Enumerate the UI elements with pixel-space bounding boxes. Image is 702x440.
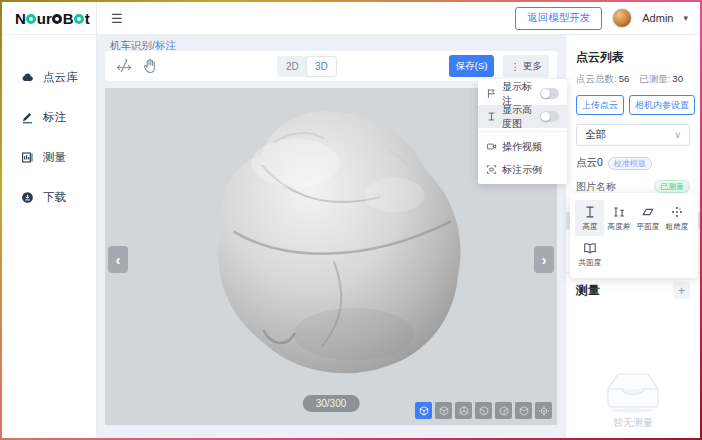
upload-pointcloud-button[interactable]: 上传点云 <box>576 95 624 115</box>
camera-intrinsics-button[interactable]: 相机内参设置 <box>629 95 695 115</box>
menu-item-tutorial-video[interactable]: 操作视频 <box>478 135 567 158</box>
menu-item-label: 标注示例 <box>502 163 542 177</box>
menu-fold-icon[interactable]: ☰ <box>111 11 123 26</box>
measure-title: 测量 <box>576 282 600 299</box>
sidebar-item-annotate[interactable]: 标注 <box>2 97 96 137</box>
view-cube-right-button[interactable] <box>495 402 512 419</box>
view-cube-front-button[interactable] <box>435 402 452 419</box>
back-to-model-dev-button[interactable]: 返回模型开发 <box>515 7 602 30</box>
logo-text: t <box>85 10 90 27</box>
reset-view-button[interactable] <box>535 402 552 419</box>
tool-roughness[interactable]: 粗糙度 <box>662 200 691 236</box>
view-cube-left-button[interactable] <box>475 402 492 419</box>
tool-coplanarity[interactable]: 共面度 <box>575 236 604 272</box>
view-cube-back-button[interactable] <box>455 402 472 419</box>
cube-icon <box>458 405 470 417</box>
pointcloud-group-name: 点云0 <box>576 156 603 170</box>
cube-icon <box>498 405 510 417</box>
tool-flatness[interactable]: 平面度 <box>633 200 662 236</box>
select-caret-icon: ∨ <box>674 130 681 140</box>
plus-icon: + <box>678 285 685 297</box>
sidebar-item-label: 点云库 <box>43 70 78 85</box>
tool-height[interactable]: 高度 <box>575 200 604 236</box>
empty-inbox-icon <box>604 369 662 413</box>
logo-text: N <box>15 10 26 27</box>
stat-total-label: 点云总数: <box>576 73 617 84</box>
tool-label: 高度 <box>582 221 597 231</box>
sidebar-item-label: 标注 <box>43 110 66 125</box>
panel-title: 点云列表 <box>576 49 690 66</box>
stat-measured-label: 已测量: <box>639 73 670 84</box>
menu-item-annotation-example[interactable]: 标注示例 <box>478 158 567 181</box>
tool-label: 高度差 <box>607 221 630 231</box>
roughness-icon <box>670 205 684 219</box>
pointcloud-group-row[interactable]: 点云0 校准模版 <box>576 156 690 170</box>
sidebar-item-measure[interactable]: 测量 <box>2 137 96 177</box>
crosshair-icon <box>538 405 550 417</box>
canvas-toolbar: 2D 3D 保存(S) ⋮更多 <box>105 51 557 81</box>
empty-state: 暂无测量 <box>566 369 700 430</box>
menu-item-label: 显示高度图 <box>502 103 535 131</box>
flag-icon <box>486 88 497 99</box>
more-button[interactable]: ⋮更多 <box>503 55 549 77</box>
logo-gear-icon <box>74 14 84 24</box>
video-icon <box>486 141 497 152</box>
user-name[interactable]: Admin <box>642 12 673 24</box>
sidebar: NurBt 点云库 标注 测量 下载 <box>2 2 97 438</box>
show-annotations-toggle[interactable] <box>540 88 559 99</box>
height-icon <box>583 205 597 219</box>
top-header: ☰ 返回模型开发 Admin ▾ <box>97 2 700 35</box>
menu-divider <box>478 131 567 132</box>
sidebar-item-download[interactable]: 下载 <box>2 177 96 217</box>
add-measurement-button[interactable]: + <box>673 282 690 299</box>
mode-2d-button[interactable]: 2D <box>278 57 307 76</box>
more-dropdown-menu: 显示标注 显示高度图 操作视频 标注示例 <box>478 79 567 184</box>
menu-item-show-heightmap[interactable]: 显示高度图 <box>478 105 567 128</box>
logo-text: B <box>63 10 74 27</box>
chevron-left-icon: ‹ <box>116 252 121 268</box>
flatness-icon <box>641 205 655 219</box>
cube-icon <box>418 405 430 417</box>
breadcrumb-parent[interactable]: 机车识别 <box>110 39 152 51</box>
avatar[interactable] <box>612 8 632 28</box>
tool-height-difference[interactable]: 高度差 <box>604 200 633 236</box>
measure-tool-popup: 高度 高度差 平面度 粗糙度 共面度 <box>570 193 698 278</box>
sidebar-item-pointcloud-library[interactable]: 点云库 <box>2 57 96 97</box>
view-cube-default-button[interactable] <box>415 402 432 419</box>
prev-image-button[interactable]: ‹ <box>108 246 128 273</box>
pen-icon <box>21 111 34 124</box>
download-icon <box>21 191 34 204</box>
next-image-button[interactable]: › <box>534 246 554 273</box>
mode-3d-button[interactable]: 3D <box>307 57 336 76</box>
filter-selected-value: 全部 <box>585 128 606 142</box>
sidebar-item-label: 测量 <box>43 150 66 165</box>
measure-icon <box>21 151 34 164</box>
chevron-right-icon: › <box>542 252 547 268</box>
frame-icon <box>486 164 497 175</box>
logo-gear-icon <box>26 14 36 24</box>
empty-state-text: 暂无测量 <box>613 416 653 430</box>
chevron-down-icon[interactable]: ▾ <box>683 13 688 23</box>
view-mode-segment: 2D 3D <box>277 56 337 77</box>
rotate-3d-button[interactable] <box>113 55 135 77</box>
sidebar-item-label: 下载 <box>43 190 66 205</box>
filter-select[interactable]: 全部 ∨ <box>576 124 690 146</box>
app-window: NurBt 点云库 标注 测量 下载 ☰ 返回模型开发 <box>0 0 702 440</box>
cube-icon <box>478 405 490 417</box>
view-cube-top-button[interactable] <box>515 402 532 419</box>
status-badge: 已测量 <box>654 180 690 193</box>
tool-label: 平面度 <box>636 221 659 231</box>
stat-measured-value: 30 <box>672 73 683 84</box>
stat-total-value: 56 <box>619 73 630 84</box>
save-button[interactable]: 保存(S) <box>449 55 495 77</box>
pagination-indicator: 30/300 <box>303 395 360 412</box>
height-map-icon <box>486 111 497 122</box>
show-heightmap-toggle[interactable] <box>540 111 559 122</box>
cube-icon <box>518 405 530 417</box>
menu-item-label: 操作视频 <box>502 140 542 154</box>
pan-hand-button[interactable] <box>139 55 161 77</box>
template-badge: 校准模版 <box>608 157 652 170</box>
app-logo: NurBt <box>2 2 96 35</box>
tool-label: 共面度 <box>578 257 601 267</box>
image-name: 图片名称 <box>576 180 654 194</box>
